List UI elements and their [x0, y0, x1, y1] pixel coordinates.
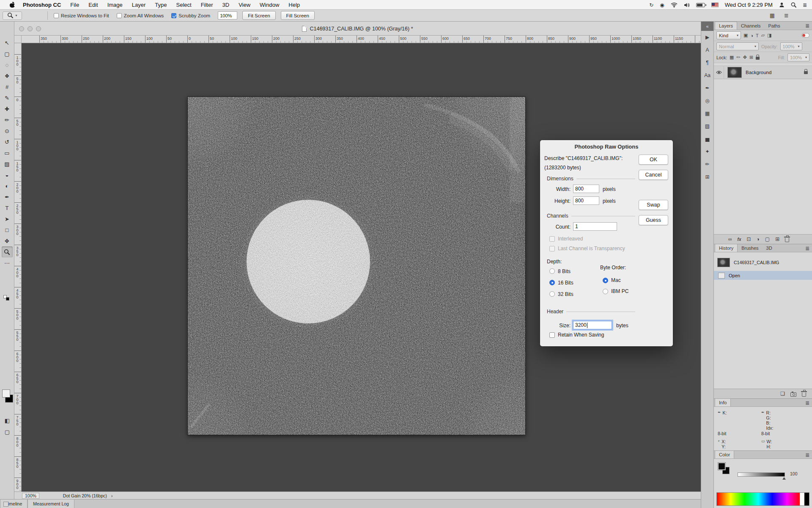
history-panel-menu-icon[interactable]: ≣	[805, 246, 809, 251]
radio-ibm-pc[interactable]: IBM PC	[603, 286, 628, 297]
default-colors-icon[interactable]	[3, 295, 10, 301]
new-document-from-state-icon[interactable]: ❏	[780, 391, 785, 397]
user-icon[interactable]	[779, 2, 785, 8]
tab-channels[interactable]: Channels	[737, 22, 764, 30]
volume-icon[interactable]	[684, 3, 690, 8]
swatches-panel-icon[interactable]: ▦	[701, 107, 713, 120]
menu-help[interactable]: Help	[288, 2, 300, 8]
brush-settings-panel-icon[interactable]: ✒	[701, 82, 713, 94]
radio-16-bits[interactable]: 16 Bits	[549, 277, 573, 288]
battery-icon[interactable]	[696, 3, 705, 7]
status-options-arrow-icon[interactable]: ›	[111, 493, 113, 498]
expand-panels-button[interactable]: «	[701, 22, 713, 31]
eraser-tool[interactable]: ▭	[2, 147, 13, 158]
k-value[interactable]: 100	[790, 471, 798, 476]
layer-thumbnail[interactable]	[727, 67, 742, 78]
rectangle-tool[interactable]: □	[2, 224, 13, 235]
tab-layers[interactable]: Layers	[715, 22, 737, 30]
lock-all-icon[interactable]	[756, 57, 760, 60]
menu-edit[interactable]: Edit	[88, 2, 98, 8]
tab-info[interactable]: Info	[715, 398, 731, 406]
guess-button[interactable]: Guess	[639, 215, 668, 225]
filter-type-layers-icon[interactable]: T	[756, 33, 759, 38]
info-panel-menu-icon[interactable]: ≣	[805, 400, 809, 406]
layer-visibility-toggle[interactable]	[714, 66, 724, 79]
new-group-icon[interactable]: ▢	[765, 236, 770, 242]
history-snapshot-row[interactable]: C1469317_CALIB.IMG	[714, 257, 812, 268]
clone-stamp-tool[interactable]: ⊙	[2, 125, 13, 136]
size-field[interactable]: 3200	[573, 321, 612, 329]
radio-mac[interactable]: Mac	[603, 275, 628, 286]
checkbox-last-channel-is-transparency[interactable]: Last Channel is Transparency	[549, 246, 625, 251]
lock-artboard-icon[interactable]: ⊞	[749, 55, 753, 60]
new-layer-icon[interactable]: ⊞	[775, 236, 779, 242]
new-snapshot-icon[interactable]	[790, 392, 796, 397]
count-field[interactable]: 1	[573, 222, 617, 231]
menu-layer[interactable]: Layer	[132, 2, 146, 8]
layers-panel-menu-icon[interactable]: ≣	[805, 23, 809, 29]
zoom-percent-field[interactable]: 100%	[218, 11, 237, 19]
move-tool[interactable]: ↖	[2, 37, 13, 48]
menu-filter[interactable]: Filter	[201, 2, 213, 8]
glyphs-panel-icon[interactable]: Aa	[701, 69, 713, 82]
type-tool[interactable]: T	[2, 202, 13, 213]
delete-layer-icon[interactable]	[785, 238, 789, 242]
swap-button[interactable]: Swap	[639, 200, 668, 210]
lock-pixels-icon[interactable]: ✏	[737, 55, 741, 60]
histogram-panel-icon[interactable]: ▅	[701, 133, 713, 145]
ruler-corner-box[interactable]	[14, 36, 22, 43]
notes-panel-icon[interactable]: ✏	[701, 158, 713, 171]
lock-position-icon[interactable]: ✥	[743, 55, 747, 60]
width-field[interactable]: 800	[573, 185, 599, 193]
link-layers-icon[interactable]: ∞	[728, 236, 732, 242]
display-status-icon[interactable]: ◉	[660, 2, 664, 8]
spotlight-icon[interactable]	[791, 2, 796, 8]
clone-source-panel-icon[interactable]: ◎	[701, 94, 713, 107]
layer-row-background[interactable]: Background	[714, 66, 812, 79]
dodge-tool[interactable]: ◐	[2, 180, 13, 191]
character-panel-icon[interactable]: A	[701, 44, 713, 56]
crop-tool[interactable]: #	[2, 81, 13, 92]
fill-select[interactable]: 100%▾	[787, 53, 809, 61]
brush-tool[interactable]: ✏	[2, 114, 13, 125]
checkbox-interleaved[interactable]: Interleaved	[549, 236, 583, 242]
zoom-tool[interactable]	[2, 246, 13, 257]
styles-panel-icon[interactable]: ▨	[701, 120, 713, 133]
color-spectrum-ramp[interactable]	[716, 492, 809, 506]
quick-mask-button[interactable]: ◧	[0, 417, 14, 424]
input-source-flag-icon[interactable]	[711, 3, 719, 7]
menu-image[interactable]: Image	[107, 2, 123, 8]
layer-mask-icon[interactable]: ⊡	[746, 236, 751, 242]
checkbox-zoom-all-windows[interactable]: Zoom All Windows	[117, 13, 164, 18]
calibration-image[interactable]	[187, 97, 526, 435]
sync-status-icon[interactable]: ↻	[649, 2, 653, 8]
bottom-panel-icon[interactable]	[3, 502, 8, 507]
apple-menu-icon[interactable]	[9, 2, 15, 8]
foreground-color-swatch[interactable]	[2, 389, 10, 398]
hand-tool[interactable]: ✥	[2, 235, 13, 246]
measurement-log-panel-icon[interactable]: ⊞	[701, 171, 713, 183]
menu-type[interactable]: Type	[155, 2, 167, 8]
workspace-menu-icon[interactable]: ≣	[784, 12, 789, 19]
cancel-button[interactable]: Cancel	[639, 170, 668, 180]
color-foreground-swatch[interactable]	[718, 463, 725, 470]
height-field[interactable]: 800	[573, 196, 599, 205]
current-tool-zoom-icon[interactable]: ▾	[3, 11, 22, 20]
blend-mode-select[interactable]: Normal▾	[716, 42, 759, 50]
marquee-tool[interactable]: ▢	[2, 48, 13, 59]
path-selection-tool[interactable]: ➤	[2, 213, 13, 224]
menu-bar-clock[interactable]: Wed Oct 9 2:29 PM	[725, 2, 773, 8]
tab-paths[interactable]: Paths	[765, 22, 784, 30]
wifi-icon[interactable]	[671, 2, 678, 8]
app-menu-name[interactable]: Photoshop CC	[23, 2, 61, 8]
healing-brush-tool[interactable]: ✚	[2, 103, 13, 114]
gradient-tool[interactable]: ▨	[2, 158, 13, 169]
paragraph-panel-icon[interactable]: ¶	[701, 56, 713, 69]
blur-tool[interactable]: ◒	[2, 169, 13, 180]
actions-panel-icon[interactable]: ▶	[701, 31, 713, 44]
layer-effects-icon[interactable]: fx	[738, 237, 741, 242]
quick-selection-tool[interactable]: ❖	[2, 70, 13, 81]
tab-history[interactable]: History	[715, 244, 738, 252]
layer-filter-kind-select[interactable]: Kind▾	[716, 31, 741, 39]
k-slider[interactable]	[738, 472, 785, 477]
